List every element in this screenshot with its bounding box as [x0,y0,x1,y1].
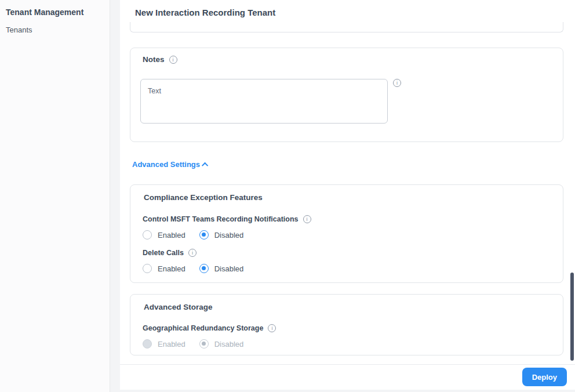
footer-divider [120,364,575,365]
info-icon[interactable]: i [188,249,196,257]
radio-checked[interactable] [199,230,209,239]
radio-unchecked[interactable] [143,264,152,273]
radio-label: Disabled [214,231,244,239]
control-msft-label: Control MSFT Teams Recording Notificatio… [143,215,299,223]
compliance-card-title: Compliance Exception Features [144,193,263,202]
radio-option-disabled-disabled-state: Disabled [199,339,244,349]
radio-unchecked[interactable] [143,230,152,239]
radio-label: Disabled [214,264,244,273]
sidebar-title: Tenant Management [6,8,83,17]
radio-label: Enabled [158,340,185,349]
radio-option-disabled[interactable]: Disabled [199,264,244,273]
radio-option-enabled-disabled-state: Enabled [143,339,185,349]
sidebar: Tenant Management Tenants [0,0,110,392]
deploy-button[interactable]: Deploy [522,368,567,386]
info-icon[interactable]: i [268,324,276,332]
chevron-up-icon [202,162,208,168]
main-panel: New Interaction Recording Tenant Notes i… [120,0,575,390]
radio-checked-disabled [199,339,209,349]
advanced-settings-label: Advanced Settings [132,160,200,169]
radio-label: Enabled [158,264,185,273]
radio-option-disabled[interactable]: Disabled [199,230,244,239]
delete-calls-radio-group: Enabled Disabled [143,264,257,273]
radio-label: Disabled [214,340,244,349]
advanced-settings-toggle[interactable]: Advanced Settings [132,160,208,169]
info-icon[interactable]: i [393,79,401,87]
notes-label: Notes [143,55,165,64]
info-icon[interactable]: i [303,215,311,223]
geo-redundancy-label: Geographical Redundancy Storage [143,324,263,332]
advanced-storage-card: Advanced Storage Geographical Redundancy… [130,294,563,355]
radio-label: Enabled [158,231,185,239]
radio-option-enabled[interactable]: Enabled [143,230,185,239]
control-msft-radio-group: Enabled Disabled [143,230,257,239]
page-title: New Interaction Recording Tenant [135,8,275,17]
compliance-exception-card: Compliance Exception Features Control MS… [130,184,563,283]
info-icon[interactable]: i [169,56,177,64]
radio-checked[interactable] [199,264,209,273]
vertical-scrollbar-thumb[interactable] [570,273,574,361]
radio-unchecked-disabled [143,339,152,349]
notes-textarea[interactable] [140,79,388,124]
scrolled-field-partial [130,22,563,32]
delete-calls-label: Delete Calls [143,249,184,257]
geo-redundancy-radio-group: Enabled Disabled [143,339,257,349]
storage-card-title: Advanced Storage [144,303,213,311]
sidebar-item-tenants[interactable]: Tenants [6,26,32,34]
notes-card: Notes i i [130,48,563,142]
radio-option-enabled[interactable]: Enabled [143,264,185,273]
